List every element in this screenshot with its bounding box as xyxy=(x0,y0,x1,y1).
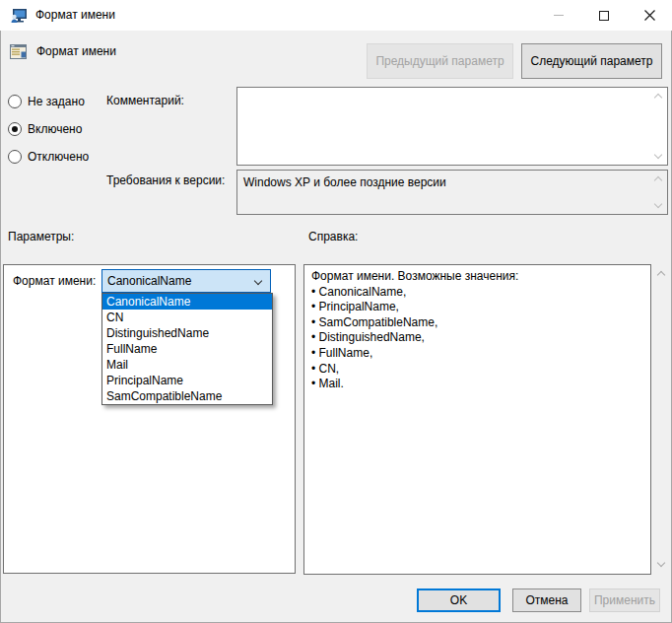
scroll-down-icon[interactable] xyxy=(654,152,663,161)
chevron-down-icon xyxy=(254,278,263,287)
help-line: • SamCompatibleName, xyxy=(311,315,633,331)
policy-setting-icon xyxy=(9,42,29,62)
radio-icon xyxy=(8,122,22,136)
dropdown-item[interactable]: FullName xyxy=(102,341,272,357)
cancel-button[interactable]: Отмена xyxy=(512,588,581,612)
scroll-up-icon[interactable] xyxy=(654,92,663,101)
help-line: • CanonicalName, xyxy=(311,285,633,301)
help-line: • FullName, xyxy=(311,346,633,362)
app-window-icon xyxy=(10,7,28,25)
radio-label: Отключено xyxy=(28,150,89,164)
apply-button[interactable]: Применить xyxy=(589,588,660,612)
setting-title: Формат имени xyxy=(36,41,116,61)
scroll-up-icon[interactable] xyxy=(654,174,663,183)
maximize-icon xyxy=(599,11,609,21)
comment-label: Комментарий: xyxy=(106,94,184,107)
supported-on-value: Windows XP и более поздние версии xyxy=(237,171,667,189)
combobox-value: CanonicalName xyxy=(107,274,191,288)
help-line: • PrincipalName, xyxy=(311,300,633,315)
minimize-icon xyxy=(554,15,564,16)
maximize-button[interactable] xyxy=(581,0,627,31)
help-line: • DistinguishedName, xyxy=(311,330,633,346)
radio-enabled[interactable]: Включено xyxy=(8,121,82,137)
window-title: Формат имени xyxy=(35,0,115,31)
help-line: • CN, xyxy=(311,362,633,378)
name-format-dropdown: CanonicalName CN DistinguishedName FullN… xyxy=(101,293,273,405)
dropdown-item[interactable]: CanonicalName xyxy=(102,294,272,310)
supported-on-label: Требования к версии: xyxy=(106,173,225,187)
help-text: Формат имени. Возможные значения: • Cano… xyxy=(304,265,650,396)
help-panel: Формат имени. Возможные значения: • Cano… xyxy=(303,264,651,575)
radio-icon xyxy=(8,95,22,108)
name-format-combobox[interactable]: CanonicalName xyxy=(101,269,271,293)
dropdown-item[interactable]: DistinguishedName xyxy=(102,325,272,341)
supported-on-textbox: Windows XP и более поздние версии xyxy=(236,170,668,215)
minimize-button[interactable] xyxy=(536,0,581,31)
radio-label: Включено xyxy=(28,122,82,136)
comment-textbox[interactable] xyxy=(236,87,668,166)
radio-label: Не задано xyxy=(28,95,85,108)
dropdown-item[interactable]: CN xyxy=(102,310,272,325)
radio-disabled[interactable]: Отключено xyxy=(8,149,89,165)
close-button[interactable] xyxy=(627,0,672,31)
previous-setting-button[interactable]: Предыдущий параметр xyxy=(367,43,513,79)
radio-not-configured[interactable]: Не задано xyxy=(8,94,85,109)
policy-setting-dialog: Формат имени Формат имени Предыдущий пар… xyxy=(0,0,672,623)
next-setting-button[interactable]: Следующий параметр xyxy=(521,43,662,79)
dropdown-item[interactable]: PrincipalName xyxy=(102,373,272,388)
dropdown-item[interactable]: SamCompatibleName xyxy=(102,388,272,404)
help-caption: Справка: xyxy=(308,230,358,243)
scroll-down-icon[interactable] xyxy=(657,560,666,569)
scroll-down-icon[interactable] xyxy=(654,201,663,210)
help-heading: Формат имени. Возможные значения: xyxy=(311,269,633,285)
close-icon xyxy=(644,10,655,21)
titlebar: Формат имени xyxy=(0,0,672,31)
name-format-field-label: Формат имени: xyxy=(13,274,96,288)
ok-button[interactable]: OK xyxy=(417,588,501,612)
options-caption: Параметры: xyxy=(8,230,74,243)
scroll-up-icon[interactable] xyxy=(657,269,666,278)
dropdown-item[interactable]: Mail xyxy=(102,357,272,373)
help-line: • Mail. xyxy=(311,377,633,392)
radio-icon xyxy=(8,150,22,164)
